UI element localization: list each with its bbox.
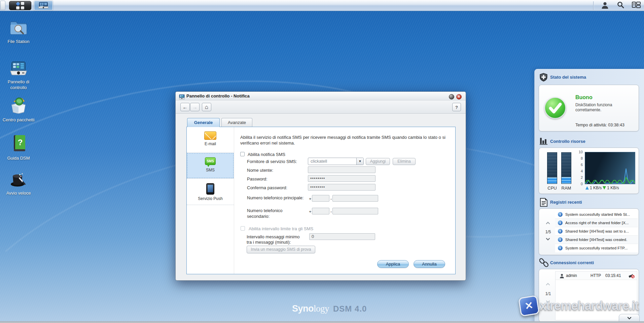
cpu-gauge bbox=[547, 152, 557, 184]
home-icon bbox=[205, 104, 208, 110]
desktop-icon-dsm-help[interactable]: ? Guida DSM bbox=[0, 135, 37, 161]
connection-time: 03:15:41 bbox=[605, 272, 621, 280]
chevron-down-icon[interactable] bbox=[356, 158, 363, 165]
phone-separator: - bbox=[330, 209, 332, 214]
user-icon[interactable] bbox=[601, 1, 609, 10]
log-row[interactable]: System successfully started Web St... bbox=[555, 210, 638, 219]
forward-button[interactable] bbox=[190, 103, 200, 111]
desktop-icon-quick-start[interactable]: Avvio veloce bbox=[0, 171, 37, 196]
taskbar-divider bbox=[593, 1, 594, 10]
shield-icon bbox=[539, 73, 548, 83]
system-status-header[interactable]: Stato del sistema bbox=[550, 75, 586, 80]
ram-gauge-fill bbox=[562, 177, 571, 184]
provider-select[interactable]: clickatell bbox=[308, 158, 364, 165]
primary-phone-number-input[interactable] bbox=[332, 195, 378, 202]
dsm-help-icon: ? bbox=[10, 135, 27, 153]
username-input[interactable] bbox=[308, 166, 375, 173]
desktop-icon-label: Pannello di controllo bbox=[0, 79, 37, 90]
resource-monitor-header[interactable]: Controllo risorse bbox=[550, 139, 585, 144]
button-label: Invia un messaggio SMS di prova bbox=[251, 247, 311, 252]
enable-sms-checkbox[interactable] bbox=[240, 152, 245, 156]
log-text: Access right of the shared folder [X... bbox=[565, 219, 637, 227]
bottom-edge-strip bbox=[0, 321, 644, 323]
control-panel-icon bbox=[38, 2, 48, 9]
back-button[interactable] bbox=[180, 103, 190, 111]
desktop-icon-label: Centro pacchetti bbox=[0, 117, 37, 123]
help-button[interactable] bbox=[452, 103, 461, 111]
tab-label: Generale bbox=[194, 120, 213, 125]
secondary-phone-label: Numero telefonico secondario: bbox=[247, 208, 304, 219]
apps-grid-icon bbox=[16, 2, 24, 9]
close-button[interactable] bbox=[456, 94, 462, 99]
recent-logs-header[interactable]: Registri recenti bbox=[550, 200, 582, 205]
taskbar-active-app-control-panel[interactable] bbox=[34, 1, 53, 10]
synology-dsm-logo: Synology DSM 4.0 bbox=[292, 304, 367, 314]
confirm-password-input[interactable]: •••••••• bbox=[308, 184, 375, 191]
window-title: Pannello di controllo - Notifica bbox=[186, 93, 250, 98]
network-graph-lines bbox=[585, 152, 635, 184]
net-line-up bbox=[585, 169, 635, 183]
widgets-icon[interactable] bbox=[632, 1, 641, 10]
sidebar-item-sms[interactable]: SMS bbox=[187, 153, 234, 178]
forward-icon bbox=[192, 104, 198, 110]
enable-interval-checkbox[interactable] bbox=[241, 226, 245, 231]
tab-avanzate[interactable]: Avanzate bbox=[221, 118, 252, 127]
log-row[interactable]: Access right of the shared folder [X... bbox=[555, 219, 638, 227]
input-value: •••••••• bbox=[310, 176, 325, 181]
input-value: •••••••• bbox=[310, 185, 325, 190]
username-label: Nome utente: bbox=[247, 167, 273, 173]
delete-provider-button[interactable]: Elimina bbox=[393, 158, 416, 165]
main-menu-button[interactable] bbox=[9, 1, 31, 10]
log-text: System successfully restarted FTP... bbox=[565, 244, 637, 252]
sidebar-item-push[interactable]: Servizio Push bbox=[187, 179, 234, 205]
status-ok-icon bbox=[544, 97, 566, 119]
axis-tick: 8 bbox=[574, 156, 583, 160]
log-row[interactable]: Shared folder [XHTest] was set to s... bbox=[555, 227, 638, 236]
desktop-icon-file-station[interactable]: File Station bbox=[0, 19, 37, 44]
password-label: Password: bbox=[247, 176, 267, 182]
log-row[interactable]: System successfully restarted FTP... bbox=[555, 244, 638, 252]
desktop-icon-package-center[interactable]: Centro pacchetti bbox=[0, 97, 37, 123]
info-icon bbox=[558, 212, 563, 217]
info-icon bbox=[558, 237, 563, 242]
tab-generale[interactable]: Generale bbox=[187, 118, 220, 127]
enable-sms-label[interactable]: Abilita notifica SMS bbox=[248, 152, 285, 157]
axis-tick: 2 bbox=[574, 175, 583, 179]
cpu-gauge-fill bbox=[547, 177, 557, 184]
desktop-icon-label: Avvio veloce bbox=[0, 190, 37, 196]
password-input[interactable]: •••••••• bbox=[308, 175, 375, 182]
cancel-button[interactable]: Annulla bbox=[414, 260, 445, 268]
show-desktop-handle[interactable] bbox=[0, 1, 5, 10]
home-button[interactable] bbox=[202, 103, 211, 111]
primary-phone-code-input[interactable] bbox=[312, 195, 329, 202]
provider-label: Fornitore di servizio SMS: bbox=[247, 159, 297, 164]
upload-rate: 1 KB/s bbox=[590, 186, 602, 190]
search-icon[interactable] bbox=[616, 1, 624, 10]
connections-page-up-icon[interactable] bbox=[546, 283, 550, 287]
button-label: Aggiungi bbox=[370, 159, 386, 164]
system-status-card: Buono DiskStation funziona correttamente… bbox=[539, 85, 639, 131]
connection-row[interactable]: admin HTTP 03:15:41 bbox=[556, 272, 637, 280]
log-row[interactable]: Shared folder [XHTest] was created. bbox=[555, 236, 638, 244]
sidebar-item-label: E-mail bbox=[205, 142, 216, 146]
info-icon bbox=[558, 229, 563, 234]
apply-button[interactable]: Applica bbox=[377, 260, 409, 268]
add-provider-button[interactable]: Aggiungi bbox=[366, 158, 390, 165]
control-panel-notification-window: Pannello di controllo - Notifica General… bbox=[175, 91, 466, 281]
status-description: DiskStation funziona correttamente. bbox=[575, 103, 612, 113]
desktop-icon-control-panel[interactable]: Pannello di controllo bbox=[0, 62, 37, 90]
logs-page-down-icon[interactable] bbox=[546, 236, 550, 241]
logs-page-up-icon[interactable] bbox=[546, 221, 550, 226]
window-titlebar[interactable]: Pannello di controllo - Notifica bbox=[176, 92, 466, 100]
interval-input[interactable]: 0 bbox=[309, 233, 375, 240]
send-test-sms-button[interactable]: Invia un messaggio SMS di prova bbox=[247, 246, 315, 253]
secondary-phone-number-input[interactable] bbox=[332, 208, 378, 214]
back-icon bbox=[183, 104, 188, 110]
phone-separator: - bbox=[330, 196, 332, 202]
connections-header[interactable]: Connessioni correnti bbox=[550, 260, 594, 265]
window-toolbar bbox=[176, 100, 466, 114]
disconnect-icon[interactable] bbox=[629, 273, 635, 282]
minimize-button[interactable] bbox=[449, 94, 454, 99]
secondary-phone-code-input[interactable] bbox=[312, 208, 329, 214]
sidebar-item-email[interactable]: E-mail bbox=[187, 127, 234, 153]
